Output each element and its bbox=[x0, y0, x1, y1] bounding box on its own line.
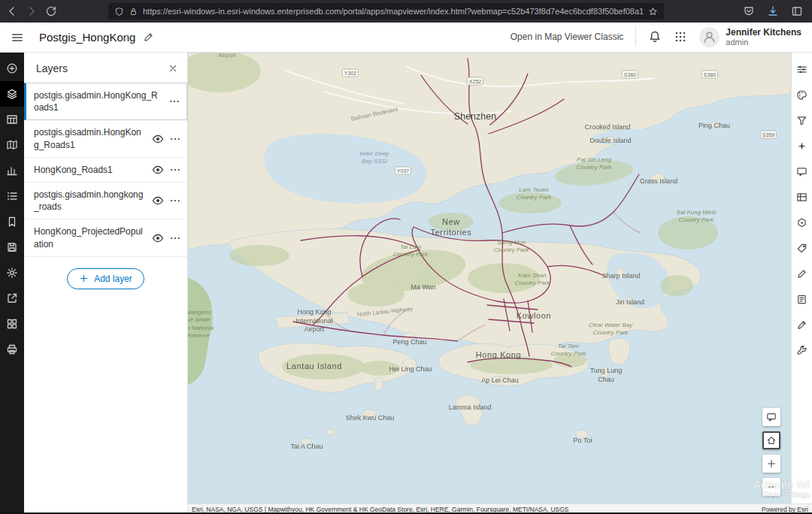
app-window: https://esri-windows-in.esri-windows.ent… bbox=[0, 0, 812, 514]
layer-list-item[interactable]: postgis.gisadmin.hongkong_roads bbox=[24, 183, 187, 219]
layers-icon[interactable] bbox=[0, 81, 24, 107]
layer-label: postgis.gisadmin.HongKong_Roads1 bbox=[34, 126, 147, 150]
hamburger-menu-icon[interactable] bbox=[11, 31, 24, 44]
add-layer-button[interactable]: Add layer bbox=[67, 268, 144, 289]
user-name: Jennifer Kitchens bbox=[726, 27, 801, 38]
save-icon[interactable] bbox=[0, 234, 24, 260]
filter-icon[interactable] bbox=[792, 107, 812, 133]
map-title: Postgis_HongKong bbox=[39, 31, 135, 44]
app-header: Postgis_HongKong Open in Map Viewer Clas… bbox=[0, 23, 812, 53]
open-classic-link[interactable]: Open in Map Viewer Classic bbox=[511, 32, 624, 42]
layer-options-icon[interactable] bbox=[169, 232, 181, 244]
plus-icon bbox=[79, 274, 89, 283]
visibility-eye-icon[interactable] bbox=[152, 232, 164, 244]
map-canvas[interactable]: AirportBaihuan BoulevardShenzhenPing Cha… bbox=[188, 53, 791, 514]
layer-label: postgis.gisadmin.hongkong_roads bbox=[34, 189, 147, 213]
legend-icon[interactable] bbox=[0, 183, 24, 209]
url-text[interactable]: https://esri-windows-in.esri-windows.ent… bbox=[143, 7, 644, 16]
apps-icon[interactable] bbox=[0, 311, 24, 337]
basemap-image bbox=[188, 53, 791, 503]
popups-icon[interactable] bbox=[792, 159, 812, 184]
analysis-icon[interactable] bbox=[792, 337, 812, 363]
visibility-eye-icon[interactable] bbox=[152, 195, 164, 207]
browser-actions bbox=[743, 5, 806, 17]
forms-icon[interactable] bbox=[792, 286, 812, 312]
fields-icon[interactable] bbox=[792, 184, 812, 210]
app-launcher-icon[interactable] bbox=[674, 30, 687, 44]
charts-icon[interactable] bbox=[0, 158, 24, 183]
home-button[interactable] bbox=[762, 431, 780, 449]
browser-toolbar: https://esri-windows-in.esri-windows.ent… bbox=[0, 0, 812, 23]
close-icon[interactable] bbox=[168, 63, 178, 74]
layer-label: postgis.gisadmin.HongKong_Roads1 bbox=[34, 89, 163, 113]
table-icon[interactable] bbox=[0, 107, 24, 132]
comment-button[interactable] bbox=[762, 408, 780, 426]
settings-icon[interactable] bbox=[0, 260, 24, 286]
basemap-icon[interactable] bbox=[0, 132, 24, 158]
layers-panel-title: Layers bbox=[36, 62, 68, 74]
download-icon[interactable] bbox=[767, 5, 779, 17]
layer-list-item[interactable]: postgis.gisadmin.HongKong_Roads1 bbox=[24, 83, 187, 120]
add-icon[interactable] bbox=[0, 56, 24, 81]
layer-label: HongKong_Roads1 bbox=[34, 164, 147, 176]
layer-list-item[interactable]: HongKong_Roads1 bbox=[24, 158, 187, 183]
forward-icon[interactable] bbox=[26, 5, 38, 17]
user-role: admin bbox=[726, 38, 801, 47]
layer-label: HongKong_ProjectedPopulation bbox=[34, 225, 147, 249]
styles-icon[interactable] bbox=[792, 82, 812, 107]
lock-icon[interactable] bbox=[129, 7, 138, 17]
user-menu[interactable]: Jennifer Kitchens admin bbox=[699, 27, 801, 48]
layers-panel: Layers postgis.gisadmin.HongKong_Roads1p… bbox=[24, 53, 188, 514]
shield-icon[interactable] bbox=[114, 7, 124, 17]
divider bbox=[635, 27, 636, 47]
visibility-eye-icon[interactable] bbox=[152, 164, 164, 176]
edit-icon[interactable] bbox=[792, 312, 812, 337]
bookmarks-icon[interactable] bbox=[0, 209, 24, 234]
right-rail bbox=[791, 53, 812, 514]
layer-list: postgis.gisadmin.HongKong_Roads1postgis.… bbox=[24, 83, 187, 257]
back-icon[interactable] bbox=[6, 5, 18, 17]
notifications-bell-icon[interactable] bbox=[648, 30, 662, 44]
address-bar[interactable]: https://esri-windows-in.esri-windows.ent… bbox=[108, 3, 664, 20]
pocket-icon[interactable] bbox=[743, 5, 755, 17]
aggregation-icon[interactable] bbox=[792, 210, 812, 235]
edit-title-icon[interactable] bbox=[143, 32, 154, 43]
layer-options-icon[interactable] bbox=[168, 95, 180, 107]
share-icon[interactable] bbox=[0, 286, 24, 311]
left-rail bbox=[0, 53, 24, 514]
print-icon[interactable] bbox=[0, 337, 24, 362]
layer-options-icon[interactable] bbox=[169, 195, 181, 207]
labels-icon[interactable] bbox=[792, 235, 812, 261]
powered-by-esri: Powered by Esri bbox=[762, 506, 808, 513]
avatar[interactable] bbox=[699, 27, 720, 47]
visibility-eye-icon[interactable] bbox=[152, 133, 164, 145]
properties-icon[interactable] bbox=[792, 56, 812, 82]
layer-list-item[interactable]: HongKong_ProjectedPopulation bbox=[24, 219, 187, 256]
zoom-in-button[interactable] bbox=[762, 455, 780, 473]
workspace: Layers postgis.gisadmin.HongKong_Roads1p… bbox=[0, 53, 812, 514]
effects-icon[interactable] bbox=[792, 133, 812, 159]
sidebar-icon[interactable] bbox=[791, 5, 803, 17]
attribution-text: Esri, NASA, NGA, USGS | Mapwithyou, HK G… bbox=[192, 506, 569, 513]
map-controls bbox=[762, 408, 780, 496]
layer-options-icon[interactable] bbox=[169, 164, 181, 176]
refresh-icon[interactable] bbox=[45, 5, 57, 17]
bookmark-star-icon[interactable] bbox=[648, 7, 658, 17]
layer-list-item[interactable]: postgis.gisadmin.HongKong_Roads1 bbox=[24, 120, 187, 157]
zoom-out-button[interactable] bbox=[762, 478, 780, 496]
sketch-icon[interactable] bbox=[792, 261, 812, 286]
layer-options-icon[interactable] bbox=[169, 133, 181, 145]
